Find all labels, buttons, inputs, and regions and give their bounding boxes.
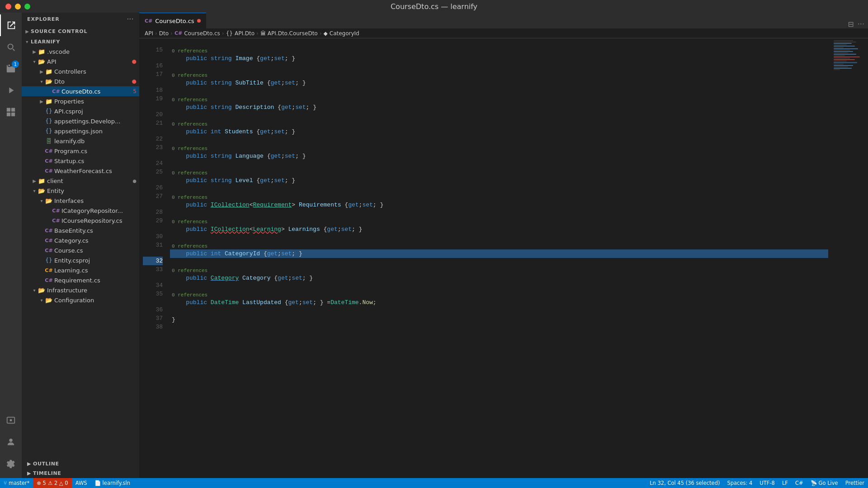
activity-bar: 1 xyxy=(0,13,22,478)
tree-item-weatherforecastcs[interactable]: C# WeatherForecast.cs xyxy=(22,166,139,176)
extensions-activity-icon[interactable] xyxy=(0,101,22,123)
breadcrumb-apidto[interactable]: API.Dto xyxy=(235,30,255,37)
code-line-22: public int Students { get ; set ; } xyxy=(170,127,828,136)
status-branch[interactable]: ⑂ master* xyxy=(0,478,33,488)
source-control-header[interactable]: ▶ SOURCE CONTROL xyxy=(22,26,139,37)
tree-item-api[interactable]: ▾ 📂 API ● xyxy=(22,56,139,66)
api-label: API xyxy=(47,58,132,65)
aws-label: AWS xyxy=(75,480,87,486)
remote-activity-icon[interactable] xyxy=(0,409,22,431)
tree-item-coursedto[interactable]: C# CourseDto.cs 5 xyxy=(22,86,139,96)
status-errors[interactable]: ⊗ 5 ⚠ 2 △ 0 xyxy=(33,478,71,488)
tree-item-learningcs[interactable]: C# Learning.cs xyxy=(22,265,139,275)
tree-item-coursecs[interactable]: C# Course.cs xyxy=(22,245,139,255)
hint-line-28: 0 references xyxy=(170,193,828,201)
controllers-folder-icon: 📁 xyxy=(45,68,52,75)
tree-item-icourserepo[interactable]: C# ICourseRepository.cs xyxy=(22,216,139,225)
tree-item-vscode[interactable]: ▶ 📁 .vscode xyxy=(22,47,139,56)
status-line-ending[interactable]: LF xyxy=(778,478,792,488)
tree-item-entitycsproj[interactable]: {} Entity.csproj xyxy=(22,255,139,265)
tree-item-configuration[interactable]: ▾ 📂 Configuration xyxy=(22,295,139,305)
tree-item-apicsproj[interactable]: {} API.csproj xyxy=(22,106,139,116)
weatherforecastcs-icon: C# xyxy=(45,167,52,174)
breadcrumb-categoryid[interactable]: CategoryId xyxy=(330,30,359,37)
properties-label: Properties xyxy=(54,98,139,105)
baseentity-label: BaseEntity.cs xyxy=(54,227,139,234)
tree-item-baseentity[interactable]: C# BaseEntity.cs xyxy=(22,225,139,235)
status-position[interactable]: Ln 32, Col 45 (36 selected) xyxy=(646,478,723,488)
code-content[interactable]: 0 references public string Image { get ;… xyxy=(166,38,832,478)
status-prettier[interactable]: Prettier xyxy=(842,478,868,488)
dto-badge: ● xyxy=(132,78,137,84)
entity-folder-icon: 📂 xyxy=(38,187,45,194)
status-spaces[interactable]: Spaces: 4 xyxy=(723,478,756,488)
breadcrumb-filename[interactable]: CourseDto.cs xyxy=(184,30,220,37)
tab-actions: ⊟ ··· xyxy=(844,20,868,28)
errors-label: ⊗ 5 xyxy=(37,480,46,486)
account-activity-icon[interactable] xyxy=(0,431,22,453)
explorer-activity-icon[interactable] xyxy=(0,14,22,36)
breadcrumb-cs-icon[interactable]: C# xyxy=(175,30,182,36)
more-actions-icon[interactable]: ··· xyxy=(858,20,864,28)
tree-item-appsettings-json[interactable]: {} appsettings.json xyxy=(22,126,139,136)
status-encoding[interactable]: UTF-8 xyxy=(756,478,778,488)
tab-label: CourseDto.cs xyxy=(155,18,194,24)
tree-item-client[interactable]: ▶ 📁 client ● xyxy=(22,176,139,186)
vscode-folder-icon: 📁 xyxy=(38,48,45,55)
status-solution[interactable]: 📄 learnify.sln xyxy=(91,478,134,488)
breadcrumb-class[interactable]: API.Dto.CourseDto xyxy=(268,30,318,37)
split-editor-icon[interactable]: ⊟ xyxy=(848,20,854,28)
tree-item-properties[interactable]: ▶ 📁 Properties xyxy=(22,96,139,106)
learnify-label: LEARNIFY xyxy=(31,39,60,45)
code-line-38: } xyxy=(170,315,828,324)
status-aws[interactable]: AWS xyxy=(72,478,91,488)
dto-folder-icon: 📂 xyxy=(45,78,52,85)
programcs-icon: C# xyxy=(45,147,52,155)
tree-item-learnifydb[interactable]: 🗄 learnify.db xyxy=(22,136,139,146)
close-button[interactable] xyxy=(5,4,11,9)
tree-item-learnify[interactable]: ▾ LEARNIFY xyxy=(22,37,139,47)
tree-item-infrastructure[interactable]: ▾ 📂 Infrastructure xyxy=(22,285,139,295)
tree-item-interfaces[interactable]: ▾ 📂 Interfaces xyxy=(22,196,139,206)
tree-item-programcs[interactable]: C# Program.cs xyxy=(22,146,139,156)
source-control-activity-icon[interactable]: 1 xyxy=(0,58,22,80)
timeline-header[interactable]: ▶ TIMELINE xyxy=(22,469,139,478)
minimize-button[interactable] xyxy=(15,4,21,9)
search-activity-icon[interactable] xyxy=(0,36,22,58)
svg-rect-2 xyxy=(7,113,10,116)
tree-item-controllers[interactable]: ▶ 📁 Controllers xyxy=(22,66,139,76)
bc-sep-2: › xyxy=(170,30,173,37)
svg-point-6 xyxy=(9,439,12,442)
tree-item-dto[interactable]: ▾ 📂 Dto ● xyxy=(22,76,139,86)
breadcrumb-api[interactable]: API xyxy=(145,30,153,37)
settings-activity-icon[interactable] xyxy=(0,453,22,474)
timeline-arrow-icon: ▶ xyxy=(27,470,31,476)
appsettings-dev-arrow xyxy=(38,117,45,125)
status-language[interactable]: C# xyxy=(792,478,807,488)
requirementcs-arrow xyxy=(38,277,45,284)
tree-item-icategoryrepo[interactable]: C# ICategoryRepositor... xyxy=(22,206,139,216)
line-numbers: 15 16 17 18 19 20 21 22 23 24 25 26 27 xyxy=(139,38,166,478)
minimap xyxy=(832,38,868,478)
tree-item-categorycs[interactable]: C# Category.cs xyxy=(22,235,139,245)
tree-item-startupcs[interactable]: C# Startup.cs xyxy=(22,156,139,166)
status-bar: ⑂ master* ⊗ 5 ⚠ 2 △ 0 AWS 📄 learnify.sln… xyxy=(0,478,868,488)
run-activity-icon[interactable] xyxy=(0,80,22,101)
coursedto-arrow xyxy=(45,88,52,95)
breadcrumb-dto[interactable]: Dto xyxy=(159,30,169,37)
outline-header[interactable]: ▶ OUTLINE xyxy=(22,459,139,469)
entitycsproj-icon: {} xyxy=(45,257,52,264)
tree-item-appsettings-dev[interactable]: {} appsettings.Develop... xyxy=(22,116,139,126)
tree-item-entity[interactable]: ▾ 📂 Entity xyxy=(22,186,139,196)
branch-label: master* xyxy=(9,480,29,486)
maximize-button[interactable] xyxy=(24,4,30,9)
tree-item-requirementcs[interactable]: C# Requirement.cs xyxy=(22,275,139,285)
svg-point-5 xyxy=(10,419,12,422)
sidebar: EXPLORER ··· ▶ SOURCE CONTROL ▾ LEARNIFY… xyxy=(22,13,139,478)
explorer-more-icon[interactable]: ··· xyxy=(127,16,134,22)
source-control-arrow: ▶ xyxy=(24,28,31,35)
status-go-live[interactable]: 📡 Go Live xyxy=(807,478,842,488)
tab-coursedto[interactable]: C# CourseDto.cs xyxy=(139,13,206,28)
code-line-20: public string Description { get ; set ; … xyxy=(170,103,828,112)
appsettings-dev-label: appsettings.Develop... xyxy=(54,118,139,125)
